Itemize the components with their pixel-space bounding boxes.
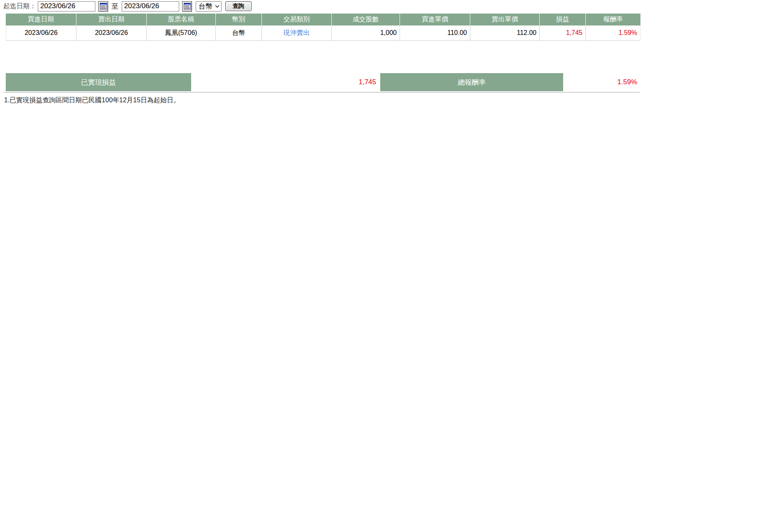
cell-sell-price: 112.00: [470, 25, 539, 41]
cell-currency: 台幣: [215, 25, 261, 41]
col-header-currency: 幣別: [215, 14, 261, 25]
cell-buy-price: 110.00: [400, 25, 470, 41]
cell-stock-name: 鳳凰(5706): [146, 25, 215, 41]
cell-sell-date: 2023/06/26: [76, 25, 146, 41]
col-header-return-rate: 報酬率: [585, 14, 640, 25]
col-header-trade-type: 交易類別: [261, 14, 331, 25]
start-date-calendar-button[interactable]: [98, 1, 108, 12]
cell-return-rate: 1.59%: [585, 25, 640, 41]
cell-profit: 1,745: [539, 25, 585, 41]
footnote: 1.已實現損益查詢區間日期已民國100年12月15日為起始日。: [4, 96, 180, 105]
end-date-calendar-button[interactable]: [182, 1, 192, 12]
query-toolbar: 起迄日期： 至: [3, 0, 252, 12]
end-date-input[interactable]: [122, 1, 179, 12]
start-date-input[interactable]: [38, 1, 95, 12]
summary-strip: 已實現損益 1,745 總報酬率 1.59%: [6, 73, 640, 91]
realized-pl-table: 買進日期 賣出日期 股票名稱 幣別 交易類別 成交股數 買進單價 賣出單價 損益…: [6, 14, 640, 41]
realized-pl-label: 已實現損益: [6, 73, 191, 91]
col-header-buy-date: 買進日期: [6, 14, 76, 25]
trade-type-link[interactable]: 現沖賣出: [284, 29, 310, 36]
calendar-icon: [100, 3, 107, 9]
col-header-sell-date: 賣出日期: [76, 14, 146, 25]
cell-shares: 1,000: [331, 25, 400, 41]
currency-select-value: 台幣: [199, 2, 213, 11]
currency-select[interactable]: 台幣: [196, 1, 222, 12]
to-label: 至: [111, 2, 118, 11]
col-header-buy-price: 買進單價: [400, 14, 470, 25]
table-row: 2023/06/26 2023/06/26 鳳凰(5706) 台幣 現沖賣出 1…: [6, 25, 640, 41]
chevron-down-icon: [215, 5, 220, 8]
divider: [3, 92, 640, 93]
total-return-value: 1.59%: [564, 73, 640, 91]
cell-buy-date: 2023/06/26: [6, 25, 76, 41]
col-header-stock-name: 股票名稱: [146, 14, 215, 25]
col-header-sell-price: 賣出單價: [470, 14, 539, 25]
query-button[interactable]: 查詢: [225, 1, 252, 11]
col-header-profit: 損益: [539, 14, 585, 25]
realized-pl-value: 1,745: [192, 73, 379, 91]
table-header-row: 買進日期 賣出日期 股票名稱 幣別 交易類別 成交股數 買進單價 賣出單價 損益…: [6, 14, 640, 25]
col-header-shares: 成交股數: [331, 14, 400, 25]
calendar-icon: [184, 3, 191, 9]
total-return-label: 總報酬率: [380, 73, 563, 91]
date-range-label: 起迄日期：: [3, 2, 36, 11]
